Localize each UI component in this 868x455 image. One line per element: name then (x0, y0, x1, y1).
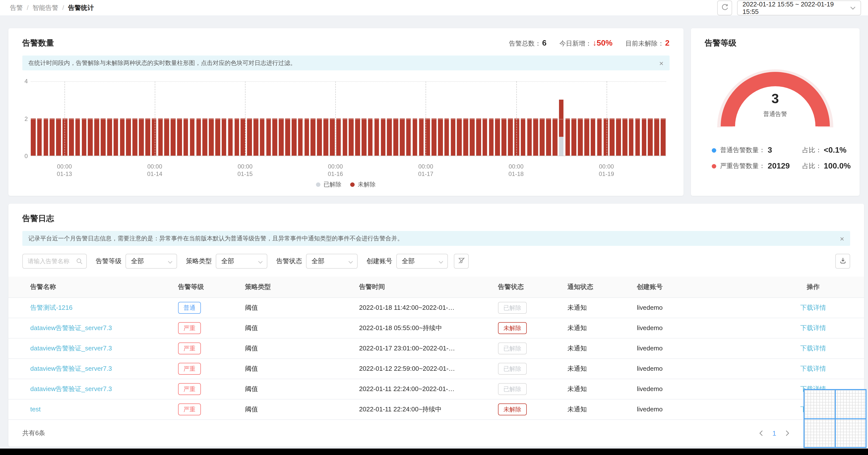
chart-bar[interactable] (88, 118, 93, 156)
chart-bar[interactable] (457, 118, 462, 156)
filter-select-3[interactable]: 全部 (306, 254, 358, 269)
refresh-button[interactable] (717, 0, 732, 15)
chart-bar[interactable] (540, 118, 545, 156)
chart-bar[interactable] (368, 118, 373, 156)
chart-bar[interactable] (304, 118, 309, 156)
chart-bar[interactable] (654, 118, 659, 156)
chart-bar[interactable] (349, 118, 354, 156)
breadcrumb-item-1[interactable]: 告警 (10, 3, 23, 12)
bar-segment-unresolved[interactable] (152, 118, 156, 156)
chart-bar[interactable] (273, 118, 277, 156)
chart-bar[interactable] (400, 118, 404, 156)
bar-segment-unresolved[interactable] (629, 118, 633, 156)
download-detail-link[interactable]: 下载详情 (800, 303, 826, 311)
bar-segment-unresolved[interactable] (546, 118, 551, 156)
bar-segment-unresolved[interactable] (253, 118, 258, 156)
bar-segment-unresolved[interactable] (184, 118, 188, 156)
chart-bar[interactable] (209, 118, 214, 156)
bar-segment-unresolved[interactable] (533, 118, 538, 156)
legend-item[interactable]: 未解除 (350, 181, 376, 189)
chart-bar[interactable] (610, 118, 615, 156)
chart-bar[interactable] (69, 118, 74, 156)
bar-segment-unresolved[interactable] (273, 118, 277, 156)
bar-segment-unresolved[interactable] (114, 118, 118, 156)
chart-bar[interactable] (190, 118, 194, 156)
bar-segment-unresolved[interactable] (540, 118, 545, 156)
chart-bar[interactable] (355, 118, 360, 156)
bar-segment-unresolved[interactable] (400, 118, 404, 156)
bar-segment-unresolved[interactable] (451, 118, 455, 156)
bar-segment-unresolved[interactable] (495, 118, 500, 156)
bar-segment-unresolved[interactable] (616, 118, 621, 156)
bar-segment-unresolved[interactable] (483, 118, 487, 156)
bar-segment-unresolved[interactable] (43, 118, 48, 156)
bar-segment-unresolved[interactable] (374, 118, 379, 156)
chart-bar[interactable] (603, 118, 608, 156)
bar-segment-unresolved[interactable] (164, 118, 169, 156)
bar-segment-unresolved[interactable] (603, 118, 608, 156)
chart-bar[interactable] (553, 118, 557, 156)
alert-name-link[interactable]: dataview告警验证_server7.3 (30, 344, 112, 352)
bar-segment-unresolved[interactable] (120, 118, 124, 156)
bar-segment-unresolved[interactable] (336, 118, 341, 156)
chart-bar[interactable] (393, 118, 398, 156)
bar-segment-unresolved[interactable] (241, 118, 246, 156)
bar-segment-unresolved[interactable] (610, 118, 615, 156)
chart-bar[interactable] (470, 118, 474, 156)
chart-bar[interactable] (43, 118, 48, 156)
bar-segment-unresolved[interactable] (317, 118, 322, 156)
chart-bar[interactable] (616, 118, 621, 156)
prev-page-icon[interactable] (759, 430, 763, 436)
chart-bar[interactable] (591, 118, 595, 156)
chart-bar[interactable] (438, 118, 443, 156)
download-detail-link[interactable]: 下载详情 (800, 344, 826, 352)
bar-segment-unresolved[interactable] (419, 118, 424, 156)
bar-segment-unresolved[interactable] (177, 118, 182, 156)
chart-bar[interactable] (177, 118, 182, 156)
bar-segment-unresolved[interactable] (521, 118, 526, 156)
bar-segment-unresolved[interactable] (170, 118, 175, 156)
bar-segment-unresolved[interactable] (31, 118, 35, 156)
chart-bar[interactable] (120, 118, 124, 156)
bar-segment-unresolved[interactable] (412, 118, 417, 156)
chart-bar[interactable] (101, 118, 105, 156)
chart-bar[interactable] (107, 118, 112, 156)
filter-select-2[interactable]: 全部 (216, 254, 267, 269)
chart-bar[interactable] (170, 118, 175, 156)
bar-segment-unresolved[interactable] (145, 118, 150, 156)
chart-bar[interactable] (559, 100, 563, 156)
chart-bar[interactable] (584, 118, 589, 156)
bar-segment-unresolved[interactable] (311, 118, 315, 156)
date-range-picker[interactable]: 2022-01-12 15:55 ~ 2022-01-19 15:55 (737, 0, 861, 15)
chart-bar[interactable] (451, 118, 455, 156)
bar-segment-unresolved[interactable] (298, 118, 303, 156)
chart-bar[interactable] (292, 118, 297, 156)
bar-segment-unresolved[interactable] (591, 118, 595, 156)
bar-segment-unresolved[interactable] (260, 118, 265, 156)
close-icon[interactable]: × (840, 235, 844, 242)
filter-select-4[interactable]: 全部 (396, 254, 448, 269)
chart-bar[interactable] (565, 118, 570, 156)
chart-bar[interactable] (94, 118, 99, 156)
chart-bar[interactable] (145, 118, 150, 156)
alert-name-link[interactable]: 告警测试-1216 (30, 303, 73, 311)
chart-bar[interactable] (253, 118, 258, 156)
chart-bar[interactable] (527, 118, 532, 156)
bar-segment-unresolved[interactable] (209, 118, 214, 156)
chart-bar[interactable] (495, 118, 500, 156)
chart-bar[interactable] (514, 118, 519, 156)
chart-bar[interactable] (483, 118, 487, 156)
alert-name-link[interactable]: dataview告警验证_server7.3 (30, 324, 112, 331)
chart-bar[interactable] (62, 118, 67, 156)
page-number[interactable]: 1 (772, 429, 776, 437)
bar-segment-unresolved[interactable] (215, 118, 220, 156)
chart-bar[interactable] (476, 118, 481, 156)
bar-segment-unresolved[interactable] (88, 118, 93, 156)
alert-name-link[interactable]: dataview告警验证_server7.3 (30, 385, 112, 392)
bar-segment-unresolved[interactable] (661, 118, 665, 156)
chart-bar[interactable] (464, 118, 468, 156)
chart-bar[interactable] (228, 118, 232, 156)
bar-segment-unresolved[interactable] (330, 118, 335, 156)
bar-segment-unresolved[interactable] (476, 118, 481, 156)
bar-segment-unresolved[interactable] (75, 118, 80, 156)
